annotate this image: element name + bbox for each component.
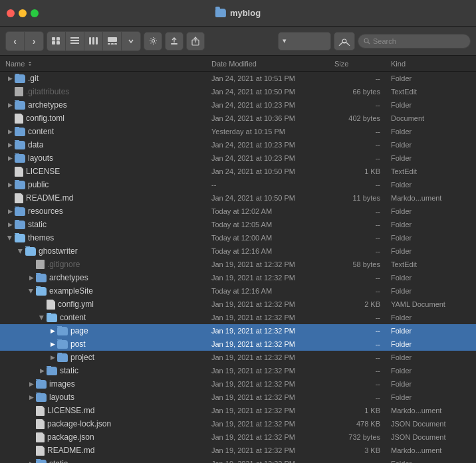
- svg-rect-7: [89, 37, 91, 45]
- table-row[interactable]: .gitattributes Jan 24, 2021 at 10:50 PM …: [0, 85, 476, 98]
- settings-button[interactable]: [144, 32, 162, 50]
- table-row[interactable]: ▶ layouts Jan 24, 2021 at 10:23 PM -- Fo…: [0, 151, 476, 165]
- file-name: package-lock.json: [47, 419, 111, 428]
- search-box[interactable]: Search: [358, 34, 471, 48]
- table-row[interactable]: ▶ images Jan 19, 2021 at 12:32 PM -- Fol…: [0, 377, 476, 391]
- disclosure-triangle[interactable]: ▶: [5, 153, 15, 163]
- table-row[interactable]: config.yml Jan 19, 2021 at 12:32 PM 2 KB…: [0, 298, 476, 311]
- forward-button[interactable]: ›: [25, 32, 43, 50]
- size-cell: --: [334, 101, 391, 109]
- disclosure-triangle[interactable]: ▶: [27, 459, 36, 463]
- table-row[interactable]: ▶ project Jan 19, 2021 at 12:32 PM -- Fo…: [0, 351, 476, 364]
- table-row[interactable]: ▶ page Jan 19, 2021 at 12:32 PM -- Folde…: [0, 324, 476, 337]
- table-row[interactable]: config.toml Jan 24, 2021 at 10:36 PM 402…: [0, 112, 476, 125]
- disclosure-triangle[interactable]: ▶: [5, 207, 15, 216]
- table-row[interactable]: ▶ static Jan 19, 2021 at 12:32 PM -- Fol…: [0, 364, 476, 377]
- folder-icon: [47, 314, 57, 322]
- nav-buttons: ‹ ›: [5, 31, 44, 51]
- folder-icon: [15, 74, 25, 83]
- maximize-button[interactable]: [31, 9, 39, 17]
- name-cell: package.json: [5, 432, 211, 442]
- file-icon-wrapper: [36, 419, 45, 429]
- table-row[interactable]: ▶ content Jan 19, 2021 at 12:32 PM -- Fo…: [0, 311, 476, 324]
- table-row[interactable]: ▶ themes Today at 12:00 AM -- Folder: [0, 231, 476, 244]
- table-row[interactable]: package.json Jan 19, 2021 at 12:32 PM 73…: [0, 430, 476, 444]
- table-row[interactable]: README.md Jan 24, 2021 at 10:50 PM 11 by…: [0, 191, 476, 205]
- size-column-header[interactable]: Size: [334, 60, 391, 68]
- list-view-button[interactable]: [66, 32, 84, 50]
- disclosure-triangle[interactable]: ▶: [27, 393, 36, 402]
- name-column-header[interactable]: Name: [5, 60, 211, 68]
- table-row[interactable]: ▶ static Jan 19, 2021 at 12:32 PM -- Fol…: [0, 457, 476, 463]
- disclosure-triangle[interactable]: ▶: [48, 339, 57, 349]
- svg-rect-5: [70, 40, 79, 41]
- table-row[interactable]: LICENSE.md Jan 19, 2021 at 12:32 PM 1 KB…: [0, 404, 476, 417]
- date-cell: Jan 24, 2021 at 10:23 PM: [211, 141, 334, 149]
- table-row[interactable]: ▶ layouts Jan 19, 2021 at 12:32 PM -- Fo…: [0, 391, 476, 404]
- name-cell: ▶ themes: [5, 233, 211, 242]
- icon-view-button[interactable]: [47, 32, 66, 50]
- disclosure-triangle[interactable]: ▶: [5, 220, 15, 229]
- disclosure-triangle[interactable]: ▶: [5, 74, 15, 83]
- table-row[interactable]: LICENSE Jan 24, 2021 at 10:50 PM 1 KB Te…: [0, 165, 476, 178]
- disclosure-triangle[interactable]: ▶: [5, 127, 15, 136]
- toolbar: ‹ ›: [0, 27, 476, 56]
- table-row[interactable]: ▶ ghostwriter Today at 12:16 AM -- Folde…: [0, 244, 476, 258]
- disclosure-triangle[interactable]: ▶: [27, 379, 36, 389]
- table-row[interactable]: ▶ .git Jan 24, 2021 at 10:51 PM -- Folde…: [0, 72, 476, 85]
- disclosure-triangle[interactable]: ▶: [37, 313, 47, 322]
- table-row[interactable]: README.md Jan 19, 2021 at 12:32 PM 3 KB …: [0, 444, 476, 457]
- location-dropdown[interactable]: ▾: [278, 32, 331, 50]
- airdrop-button[interactable]: [334, 32, 355, 50]
- kind-column-header[interactable]: Kind: [391, 60, 471, 68]
- file-name: static: [49, 459, 68, 463]
- table-row[interactable]: .gitignore Jan 19, 2021 at 12:32 PM 58 b…: [0, 258, 476, 271]
- share-button[interactable]: [186, 32, 205, 50]
- file-name: project: [70, 353, 94, 362]
- gallery-view-button[interactable]: [103, 32, 122, 50]
- view-options-button[interactable]: [122, 32, 140, 50]
- table-row[interactable]: ▶ data Jan 24, 2021 at 10:23 PM -- Folde…: [0, 138, 476, 151]
- disclosure-spacer: [5, 167, 15, 176]
- date-cell: Today at 12:00 AM: [211, 234, 334, 242]
- kind-cell: Folder: [391, 181, 471, 189]
- file-icon-wrapper: [36, 260, 45, 269]
- name-cell: ▶ layouts: [5, 393, 211, 402]
- upload-button[interactable]: [165, 32, 183, 50]
- table-row[interactable]: ▶ static Today at 12:05 AM -- Folder: [0, 218, 476, 231]
- minimize-button[interactable]: [19, 9, 27, 17]
- kind-cell: Folder: [391, 74, 471, 82]
- disclosure-triangle[interactable]: ▶: [5, 180, 15, 189]
- disclosure-triangle[interactable]: ▶: [5, 100, 15, 110]
- close-button[interactable]: [7, 9, 15, 17]
- table-row[interactable]: ▶ content Yesterday at 10:15 PM -- Folde…: [0, 125, 476, 138]
- file-name: content: [60, 313, 86, 322]
- date-cell: Jan 19, 2021 at 12:32 PM: [211, 260, 334, 268]
- date-column-header[interactable]: Date Modified: [211, 60, 334, 68]
- back-button[interactable]: ‹: [6, 32, 25, 50]
- svg-rect-13: [114, 43, 117, 45]
- disclosure-triangle[interactable]: ▶: [37, 366, 47, 375]
- disclosure-triangle[interactable]: ▶: [5, 233, 15, 242]
- disclosure-triangle[interactable]: ▶: [48, 353, 57, 362]
- name-cell: ▶ images: [5, 379, 211, 389]
- doc-icon: [36, 446, 45, 456]
- column-view-button[interactable]: [84, 32, 103, 50]
- table-row[interactable]: ▶ public -- -- Folder: [0, 178, 476, 191]
- size-cell: --: [334, 221, 391, 229]
- table-row[interactable]: ▶ resources Today at 12:02 AM -- Folder: [0, 205, 476, 218]
- disclosure-triangle[interactable]: ▶: [27, 286, 36, 296]
- disclosure-triangle[interactable]: ▶: [27, 273, 36, 282]
- date-cell: Jan 19, 2021 at 12:32 PM: [211, 407, 334, 415]
- table-row[interactable]: ▶ archetypes Jan 19, 2021 at 12:32 PM --…: [0, 271, 476, 284]
- table-row[interactable]: package-lock.json Jan 19, 2021 at 12:32 …: [0, 417, 476, 430]
- folder-icon: [36, 380, 47, 389]
- disclosure-triangle[interactable]: ▶: [5, 140, 15, 149]
- table-row[interactable]: ▶ exampleSite Today at 12:16 AM -- Folde…: [0, 284, 476, 298]
- table-row[interactable]: ▶ post Jan 19, 2021 at 12:32 PM -- Folde…: [0, 337, 476, 351]
- disclosure-triangle[interactable]: ▶: [16, 246, 25, 256]
- table-row[interactable]: ▶ archetypes Jan 24, 2021 at 10:23 PM --…: [0, 98, 476, 112]
- file-name: data: [28, 140, 43, 149]
- disclosure-triangle[interactable]: ▶: [48, 326, 57, 335]
- column-view-icon: [89, 37, 98, 45]
